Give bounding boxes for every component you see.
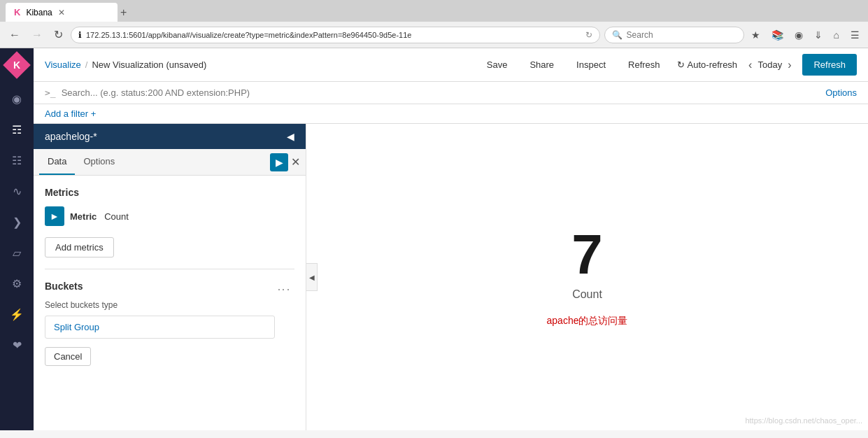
kibana-favicon: K <box>14 7 20 17</box>
search-prompt-icon: >_ <box>45 87 56 98</box>
visualization-area: ◀ 7 Count apache的总访问量 https://blog.csdn.… <box>306 124 868 430</box>
home-icon[interactable]: ⌂ <box>831 28 842 42</box>
library-icon[interactable]: 📚 <box>769 28 786 42</box>
watermark: https://blog.csdn.net/chaos_oper... <box>745 416 862 425</box>
metric-expand-icon[interactable]: ► <box>45 206 64 226</box>
bookmark-star-icon[interactable]: ★ <box>748 28 763 42</box>
metric-annotation: apache的总访问量 <box>547 315 628 327</box>
browser-search-input[interactable] <box>627 30 711 40</box>
panel-tabs: Data Options ▶ ✕ <box>34 149 306 176</box>
tab-data[interactable]: Data <box>39 149 75 175</box>
breadcrumb-current: New Visualization (unsaved) <box>92 59 206 70</box>
auto-refresh-button[interactable]: ↻ Auto-refresh <box>677 59 738 70</box>
buckets-title: Buckets <box>45 281 275 292</box>
app-sidebar: K ◉ ☶ ☷ ∿ ❯ ▱ ⚙ ⚡ ❤ <box>0 48 34 430</box>
sidebar-item-visualize[interactable]: ☶ <box>3 115 31 143</box>
time-prev-button[interactable]: ‹ <box>748 59 752 71</box>
index-header: apachelog-* ◀ <box>34 124 306 149</box>
dots-menu-icon[interactable]: ⋮ <box>273 281 294 300</box>
shield-icon[interactable]: ◉ <box>792 28 806 42</box>
lock-icon: ℹ <box>78 30 82 40</box>
add-metrics-button[interactable]: Add metrics <box>45 237 114 257</box>
sidebar-item-management[interactable]: ⚙ <box>3 269 31 297</box>
visualize-breadcrumb-link[interactable]: Visualize <box>45 59 81 70</box>
refresh-cycle-icon: ↻ <box>677 59 685 70</box>
sidebar-item-apm[interactable]: ⚡ <box>3 300 31 328</box>
address-bar[interactable]: ℹ 172.25.13.1:5601/app/kibana#/visualize… <box>71 27 600 43</box>
search-bar: >_ Options <box>34 82 868 104</box>
breadcrumb-separator: / <box>85 59 88 70</box>
options-button[interactable]: Options <box>825 87 857 98</box>
split-group-button[interactable]: Split Group <box>45 316 275 339</box>
monitoring-icon: ▱ <box>13 246 21 260</box>
new-tab-button[interactable]: + <box>118 3 129 22</box>
left-panel: apachelog-* ◀ Data Options ▶ ✕ Metrics ► <box>34 124 306 430</box>
time-label: Today <box>755 59 785 70</box>
metric-item: ► Metric Count <box>45 206 294 226</box>
menu-icon[interactable]: ☰ <box>848 28 862 42</box>
infra-icon: ❤ <box>13 339 22 352</box>
browser-tab[interactable]: K Kibana ✕ <box>6 3 118 22</box>
url-text: 172.25.13.1:5601/app/kibana#/visualize/c… <box>86 31 581 39</box>
sidebar-item-devtools[interactable]: ❯ <box>3 208 31 236</box>
collapse-left-button[interactable]: ◀ <box>306 263 318 291</box>
forward-button[interactable]: → <box>28 27 46 43</box>
tab-options[interactable]: Options <box>75 149 123 175</box>
sidebar-item-timelion[interactable]: ∿ <box>3 177 31 205</box>
add-filter-button[interactable]: Add a filter + <box>45 108 96 119</box>
sidebar-item-dashboard[interactable]: ☷ <box>3 146 31 174</box>
visualize-icon: ☶ <box>12 123 22 136</box>
sidebar-item-discover[interactable]: ◉ <box>3 85 31 113</box>
sidebar-item-infra[interactable]: ❤ <box>3 331 31 359</box>
metric-value-label: Count <box>104 211 129 222</box>
download-icon[interactable]: ⇓ <box>811 28 825 42</box>
metric-count-label: Count <box>572 288 602 301</box>
breadcrumb: Visualize / New Visualization (unsaved) <box>45 59 470 70</box>
buckets-section: Buckets Select buckets type Split Group … <box>45 281 294 366</box>
save-button[interactable]: Save <box>481 57 513 73</box>
close-panel-button[interactable]: ✕ <box>291 155 300 169</box>
panel-content: Metrics ► Metric Count Add metrics <box>34 176 306 430</box>
dashboard-icon: ☷ <box>12 154 22 167</box>
refresh-top-button[interactable]: Refresh <box>622 57 666 73</box>
reload-button[interactable]: ↻ <box>50 26 66 43</box>
metrics-title: Metrics <box>45 187 294 198</box>
timelion-icon: ∿ <box>13 185 22 198</box>
sidebar-item-monitoring[interactable]: ▱ <box>3 239 31 267</box>
time-nav: ‹ Today › <box>748 59 791 71</box>
section-divider <box>45 269 294 269</box>
tab-title: Kibana <box>26 8 52 17</box>
top-bar: Visualize / New Visualization (unsaved) … <box>34 48 868 82</box>
filter-bar: Add a filter + <box>34 104 868 124</box>
metrics-section: Metrics ► Metric Count Add metrics <box>45 187 294 257</box>
select-type-label: Select buckets type <box>45 300 275 310</box>
refresh-main-button[interactable]: Refresh <box>802 54 857 76</box>
browser-search-icon: 🔍 <box>612 30 622 40</box>
viz-content: 7 Count apache的总访问量 <box>306 124 868 430</box>
index-name: apachelog-* <box>45 131 97 142</box>
main-content: apachelog-* ◀ Data Options ▶ ✕ Metrics ► <box>34 124 868 430</box>
metric-label: Metric Count <box>70 211 129 222</box>
discover-icon: ◉ <box>12 92 22 106</box>
auto-refresh-label: Auto-refresh <box>688 59 738 70</box>
kibana-logo[interactable]: K <box>6 54 28 76</box>
reload-icon: ↻ <box>585 30 592 40</box>
back-button[interactable]: ← <box>6 27 24 43</box>
expand-arrow-icon: ► <box>50 211 59 222</box>
share-button[interactable]: Share <box>524 57 560 73</box>
management-icon: ⚙ <box>12 277 22 290</box>
metric-number-display: 7 <box>571 227 603 283</box>
search-input[interactable] <box>62 87 820 98</box>
tab-close-btn[interactable]: ✕ <box>58 8 65 17</box>
devtools-icon: ❯ <box>13 216 22 229</box>
cancel-button[interactable]: Cancel <box>45 347 91 366</box>
time-next-button[interactable]: › <box>788 59 791 71</box>
metric-type-label: Metric <box>70 211 97 222</box>
collapse-panel-button[interactable]: ◀ <box>287 131 294 142</box>
browser-search-bar[interactable]: 🔍 <box>604 27 744 43</box>
apm-icon: ⚡ <box>10 308 24 321</box>
inspect-button[interactable]: Inspect <box>571 57 611 73</box>
run-button[interactable]: ▶ <box>270 153 288 171</box>
